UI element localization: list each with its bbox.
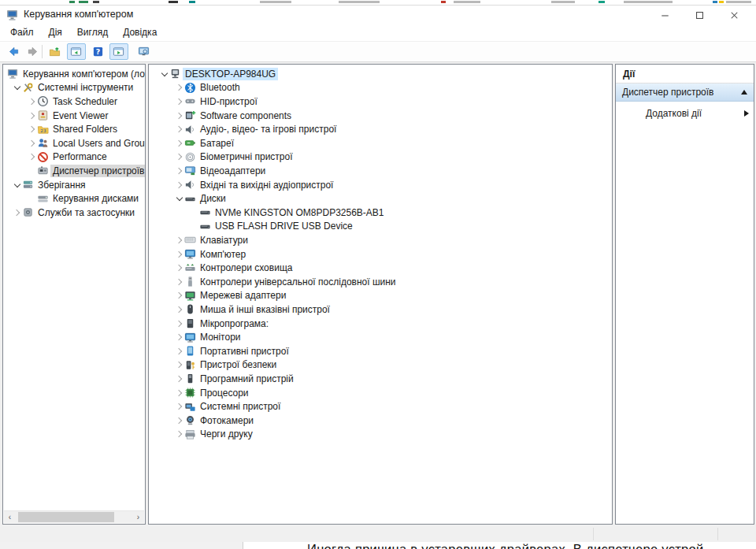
minimize-button[interactable] xyxy=(652,6,679,24)
chevron-down-icon[interactable] xyxy=(174,194,184,204)
device-item-nvme-kingston[interactable]: NVMe KINGSTON OM8PDP3256B-AB1 xyxy=(189,206,387,220)
chevron-right-icon[interactable] xyxy=(174,165,184,176)
device-item-software-devices[interactable]: Програмний пристрій xyxy=(174,372,296,386)
chevron-right-icon[interactable] xyxy=(174,249,184,259)
device-item-audio-inputs-outputs[interactable]: Вхідні та вихідні аудіопристрої xyxy=(174,178,335,192)
chevron-right-icon[interactable] xyxy=(27,96,37,106)
device-item-portable-devices[interactable]: Портативні пристрої xyxy=(174,344,291,358)
tree-item-label: Фотокамери xyxy=(198,414,256,427)
chevron-down-icon[interactable] xyxy=(12,83,22,93)
printer-icon xyxy=(184,428,197,440)
collapse-icon[interactable] xyxy=(741,90,747,95)
actions-group-header[interactable]: Диспетчер пристроїв xyxy=(616,83,754,102)
console-item-services-and-applications[interactable]: Служби та застосунки xyxy=(12,206,137,220)
device-item-desktop-ap984ug[interactable]: DESKTOP-AP984UG xyxy=(159,67,278,81)
close-button[interactable] xyxy=(721,6,748,24)
chevron-right-icon[interactable] xyxy=(12,207,22,217)
console-item-computer-management-root[interactable]: Керування комп'ютером (лок xyxy=(2,67,146,81)
chevron-down-icon[interactable] xyxy=(159,69,169,79)
workspace: Керування комп'ютером (локСистемні інстр… xyxy=(0,62,756,526)
chevron-right-icon[interactable] xyxy=(174,83,184,93)
device-item-hid-devices[interactable]: HID-пристрої xyxy=(174,95,260,109)
chevron-right-icon[interactable] xyxy=(174,276,184,287)
device-item-usb-flash-drive[interactable]: USB FLASH DRIVE USB Device xyxy=(189,220,355,234)
chevron-right-icon[interactable] xyxy=(174,291,184,301)
chevron-right-icon[interactable] xyxy=(27,152,37,162)
menu-view[interactable]: Вигляд xyxy=(77,27,108,38)
device-item-mice-and-pointing[interactable]: Миша й інші вказівні пристрої xyxy=(174,302,332,317)
console-item-task-scheduler[interactable]: Task Scheduler xyxy=(27,95,120,109)
chevron-right-icon[interactable] xyxy=(174,332,184,343)
chevron-right-icon[interactable] xyxy=(174,360,184,370)
help-button[interactable]: ? xyxy=(89,43,108,60)
tree-item-label: Клавіатури xyxy=(198,234,250,247)
chevron-right-icon[interactable] xyxy=(174,429,184,440)
chevron-right-icon[interactable] xyxy=(27,110,37,121)
device-item-security-devices[interactable]: Пристрої безпеки xyxy=(174,358,279,373)
device-item-system-devices[interactable]: Системні пристрої xyxy=(174,399,283,414)
more-actions-item[interactable]: Додаткові дії xyxy=(616,105,754,122)
menu-file[interactable]: Файл xyxy=(10,27,34,38)
scroll-left-icon[interactable]: ‹ xyxy=(4,512,16,523)
device-item-processors[interactable]: Процесори xyxy=(174,386,251,400)
device-item-batteries[interactable]: Батареї xyxy=(174,136,236,150)
device-item-computer[interactable]: Комп'ютер xyxy=(174,247,248,262)
menu-action[interactable]: Дія xyxy=(49,27,62,38)
back-button[interactable] xyxy=(5,43,24,60)
menu-help[interactable]: Довідка xyxy=(123,27,157,38)
chevron-right-icon[interactable] xyxy=(174,415,184,425)
console-item-event-viewer[interactable]: Event Viewer xyxy=(27,109,110,123)
device-item-keyboards[interactable]: Клавіатури xyxy=(174,233,250,247)
show-console-tree-button[interactable] xyxy=(67,43,86,60)
scroll-right-icon[interactable]: › xyxy=(132,512,144,523)
chevron-right-icon[interactable] xyxy=(27,138,37,148)
forward-button[interactable] xyxy=(24,43,43,60)
chevron-right-icon[interactable] xyxy=(174,152,184,162)
device-item-storage-controllers[interactable]: Контролери сховища xyxy=(174,261,295,275)
device-item-firmware[interactable]: Мікропрограма: xyxy=(174,317,271,331)
device-item-monitors[interactable]: Монітори xyxy=(174,330,243,344)
chevron-right-icon[interactable] xyxy=(174,346,184,356)
up-one-level-button[interactable] xyxy=(46,43,65,60)
chevron-right-icon[interactable] xyxy=(174,263,184,273)
device-item-audio-video-game-devices[interactable]: Аудіо-, відео- та ігрові пристрої xyxy=(174,122,339,136)
chevron-right-icon[interactable] xyxy=(27,124,37,135)
console-item-storage[interactable]: Зберігання xyxy=(12,178,88,192)
device-item-network-adapters[interactable]: Мережеві адаптери xyxy=(174,289,288,303)
actions-group-label: Диспетчер пристроїв xyxy=(622,87,713,98)
chevron-right-icon[interactable] xyxy=(174,180,184,190)
chevron-right-icon[interactable] xyxy=(174,402,184,412)
chevron-right-icon[interactable] xyxy=(174,304,184,314)
scrollbar-thumb[interactable] xyxy=(18,512,114,522)
device-item-disk-drives[interactable]: Диски xyxy=(174,191,228,206)
device-item-video-adapters[interactable]: Відеоадаптери xyxy=(174,164,268,178)
device-item-software-components[interactable]: Software components xyxy=(174,109,294,123)
status-bar xyxy=(0,526,756,542)
chevron-right-icon[interactable] xyxy=(174,235,184,245)
chevron-down-icon[interactable] xyxy=(12,180,22,190)
maximize-button[interactable] xyxy=(687,6,713,24)
console-item-device-manager[interactable]: Диспетчер пристроїв xyxy=(27,164,146,178)
device-item-usb-controllers[interactable]: Контролери універсальної послідовної шин… xyxy=(174,275,398,289)
horizontal-scrollbar[interactable]: ‹ › xyxy=(4,510,144,523)
device-item-print-queues[interactable]: Черги друку xyxy=(174,428,255,442)
battery-icon xyxy=(184,137,197,149)
chevron-right-icon[interactable] xyxy=(174,110,184,121)
device-item-bluetooth[interactable]: Bluetooth xyxy=(174,81,243,95)
show-action-pane-button[interactable] xyxy=(109,43,128,60)
chevron-right-icon[interactable] xyxy=(174,96,184,106)
device-item-cameras[interactable]: Фотокамери xyxy=(174,414,256,428)
chevron-right-icon[interactable] xyxy=(174,373,184,384)
console-item-shared-folders[interactable]: 23Shared Folders xyxy=(27,122,120,136)
chevron-right-icon[interactable] xyxy=(174,388,184,398)
console-item-disk-management[interactable]: Керування дисками xyxy=(27,191,141,206)
console-item-system-tools[interactable]: Системні інструменти xyxy=(12,81,135,95)
scrollbar-track[interactable] xyxy=(16,511,132,523)
chevron-right-icon[interactable] xyxy=(174,124,184,135)
remote-view-button[interactable] xyxy=(135,43,154,60)
console-item-local-users-and-groups[interactable]: Local Users and Groups xyxy=(27,136,146,150)
chevron-right-icon[interactable] xyxy=(174,318,184,328)
device-item-biometric-devices[interactable]: Біометричні пристрої xyxy=(174,150,295,165)
chevron-right-icon[interactable] xyxy=(174,138,184,148)
console-item-performance[interactable]: Performance xyxy=(27,150,109,165)
